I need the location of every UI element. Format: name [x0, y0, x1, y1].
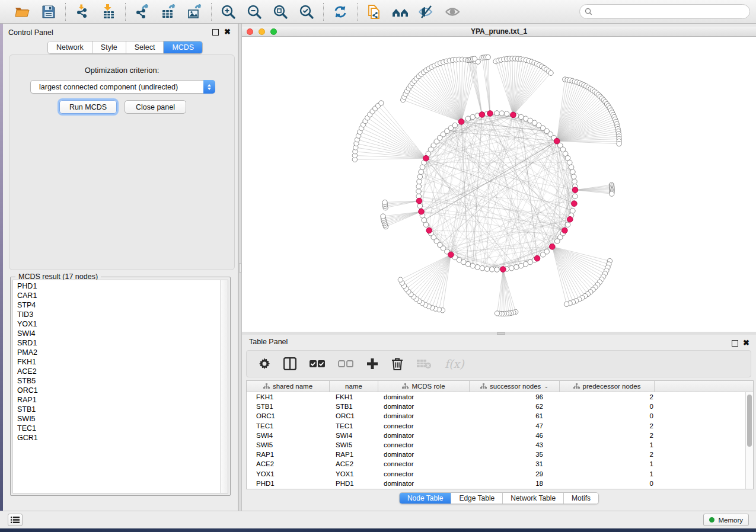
table-scrollbar-thumb[interactable]	[747, 395, 752, 447]
export-table-icon[interactable]	[160, 4, 177, 20]
delete-icon[interactable]	[391, 357, 403, 370]
hide-selected-icon[interactable]	[417, 4, 435, 20]
table-cell: PHD1	[247, 480, 330, 487]
close-panel-button[interactable]: Close panel	[125, 100, 186, 114]
table-cell: 2	[560, 422, 655, 430]
column-header-successor-nodes[interactable]: successor nodes⌄	[470, 381, 560, 392]
open-folder-icon[interactable]	[14, 4, 31, 20]
network-canvas[interactable]	[242, 37, 756, 332]
zoom-out-icon[interactable]	[245, 4, 263, 20]
mcds-result-item[interactable]: ORC1	[13, 386, 220, 395]
optimization-criterion-select[interactable]: largest connected component (undirected)	[30, 80, 215, 94]
table-row[interactable]: SWI4SWI4dominator462	[247, 431, 745, 440]
gear-icon[interactable]	[259, 358, 270, 370]
menu-list-button[interactable]	[8, 514, 23, 526]
table-cell: PHD1	[330, 480, 378, 487]
tab-network[interactable]: Network	[48, 41, 92, 53]
mcds-result-item[interactable]: ACE2	[13, 367, 220, 376]
column-header-name[interactable]: name	[330, 381, 378, 392]
table-cell: 0	[560, 480, 655, 487]
search-icon	[585, 8, 592, 15]
mcds-result-item[interactable]: GCR1	[13, 433, 220, 443]
mcds-result-list[interactable]: PHD1CAR1STP4TID3YOX1SWI4SRD1PMA2FKH1ACE2…	[13, 280, 220, 493]
mcds-result-item[interactable]: PHD1	[13, 281, 220, 291]
table-scrollbar[interactable]	[745, 392, 753, 489]
table-row[interactable]: PHD1PHD1dominator180	[247, 479, 745, 488]
deselect-all-icon[interactable]	[338, 360, 353, 368]
vertical-splitter-handle[interactable]	[239, 263, 241, 273]
add-column-icon[interactable]	[366, 358, 378, 370]
column-header-predecessor-nodes[interactable]: predecessor nodes	[560, 381, 655, 392]
column-type-icon	[573, 383, 580, 389]
zoom-in-icon[interactable]	[219, 4, 237, 20]
mcds-result-item[interactable]: CAR1	[13, 291, 220, 300]
mcds-result-item[interactable]: YOX1	[13, 319, 220, 329]
mcds-result-item[interactable]: FKH1	[13, 357, 220, 367]
first-neighbors-icon[interactable]	[391, 4, 409, 20]
mcds-result-item[interactable]: PMA2	[13, 348, 220, 357]
zoom-selected-icon[interactable]	[298, 4, 315, 20]
mcds-result-item[interactable]: SRD1	[13, 338, 220, 348]
table-cell: 0	[560, 412, 655, 419]
column-header-MCDS-role[interactable]: MCDS role	[378, 381, 470, 392]
clone-network-icon[interactable]	[365, 4, 383, 20]
tab-edge-table[interactable]: Edge Table	[451, 493, 503, 504]
control-panel-tabs: Network Style Select MCDS	[47, 41, 203, 54]
tab-select[interactable]: Select	[126, 41, 164, 53]
tab-network-table[interactable]: Network Table	[503, 493, 564, 504]
horizontal-splitter-handle[interactable]	[497, 332, 505, 335]
mcds-result-item[interactable]: TEC1	[13, 424, 220, 433]
table-cell: 35	[470, 451, 560, 458]
import-network-icon[interactable]	[74, 4, 91, 20]
table-row[interactable]: ACE2ACE2connector311	[247, 459, 745, 469]
table-cell: 43	[470, 441, 560, 448]
network-titlebar: YPA_prune.txt_1	[242, 27, 756, 37]
mcds-list-scrollbar[interactable]	[220, 280, 228, 493]
tab-node-table[interactable]: Node Table	[400, 493, 452, 504]
table-row[interactable]: TEC1TEC1connector472	[247, 421, 745, 431]
show-all-icon[interactable]	[444, 4, 461, 20]
mcds-result-item[interactable]: STP4	[13, 300, 220, 310]
mcds-result-item[interactable]: RAP1	[13, 395, 220, 405]
export-network-icon[interactable]	[133, 4, 151, 20]
save-icon[interactable]	[40, 4, 58, 20]
table-cell: 62	[470, 403, 560, 410]
network-title: YPA_prune.txt_1	[242, 27, 756, 36]
close-panel-icon[interactable]: ✖	[224, 28, 231, 36]
mcds-result-item[interactable]: SWI5	[13, 414, 220, 424]
mcds-result-item[interactable]: SWI4	[13, 329, 220, 338]
table-row[interactable]: FKH1FKH1dominator962	[247, 392, 745, 402]
select-all-icon[interactable]	[310, 360, 325, 368]
memory-status-icon	[709, 517, 714, 523]
optimization-criterion-value: largest connected component (undirected)	[31, 83, 203, 91]
table-panel: Table Panel ✖ f(x) shared namenameMCDS r…	[242, 335, 756, 511]
search-input[interactable]	[579, 4, 750, 19]
table-cell: 0	[560, 403, 655, 410]
mcds-result-item[interactable]: TID3	[13, 310, 220, 319]
zoom-fit-icon[interactable]	[272, 4, 289, 20]
split-view-icon[interactable]	[283, 357, 296, 370]
refresh-icon[interactable]	[331, 4, 349, 20]
column-header-shared-name[interactable]: shared name	[247, 381, 330, 392]
float-panel-icon[interactable]	[212, 29, 219, 36]
table-row[interactable]: YOX1YOX1connector291	[247, 469, 745, 479]
tab-mcds[interactable]: MCDS	[164, 41, 202, 53]
table-row[interactable]: STB1STB1dominator620	[247, 402, 745, 411]
run-mcds-button[interactable]: Run MCDS	[59, 100, 117, 114]
export-image-icon[interactable]	[186, 4, 203, 20]
table-row[interactable]: RAP1RAP1dominator352	[247, 450, 745, 459]
control-panel-title: Control Panel	[8, 28, 53, 37]
table-cell: dominator	[378, 412, 470, 419]
float-panel-icon[interactable]	[732, 340, 738, 347]
tab-style[interactable]: Style	[92, 41, 126, 53]
control-panel: Control Panel ✖ Network Style Select MCD…	[3, 24, 238, 511]
table-row[interactable]: ORC1ORC1dominator610	[247, 411, 745, 421]
import-table-icon[interactable]	[100, 4, 117, 20]
table-row[interactable]: SWI5SWI5connector431	[247, 440, 745, 450]
memory-button[interactable]: Memory	[703, 514, 749, 526]
close-panel-icon[interactable]: ✖	[743, 339, 749, 347]
mcds-result-item[interactable]: STB5	[13, 376, 220, 386]
tab-motifs[interactable]: Motifs	[564, 493, 598, 504]
status-bar: Memory	[0, 511, 756, 528]
mcds-result-item[interactable]: STB1	[13, 405, 220, 414]
